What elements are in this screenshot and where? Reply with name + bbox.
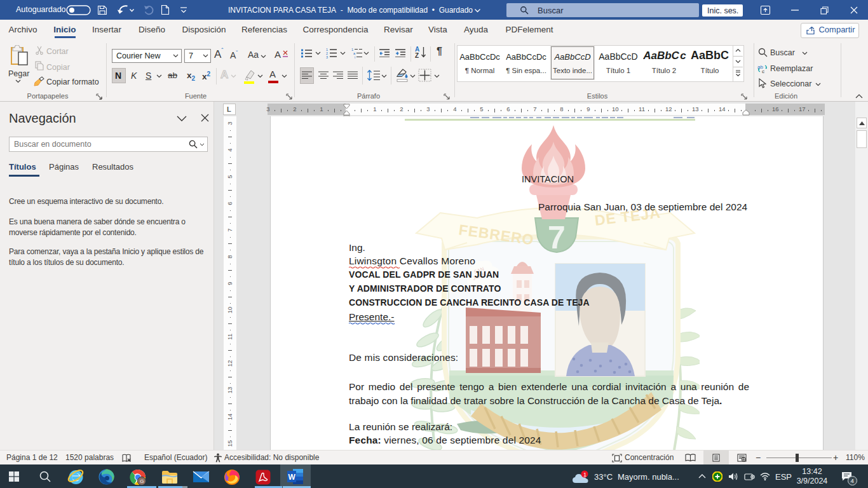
svg-text:G: G: [140, 478, 144, 484]
svg-text:c: c: [762, 69, 764, 74]
svg-text:7: 7: [548, 220, 566, 255]
svg-text:W: W: [288, 473, 296, 482]
svg-text:4: 4: [851, 477, 854, 484]
svg-text:i: i: [355, 55, 355, 58]
svg-text:1: 1: [583, 471, 587, 478]
svg-text:3: 3: [326, 55, 328, 58]
